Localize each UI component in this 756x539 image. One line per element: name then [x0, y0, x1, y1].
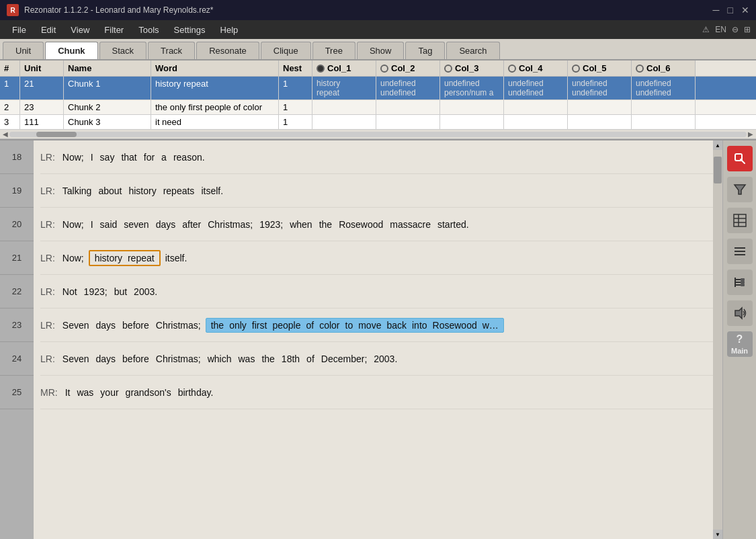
col4-label: Col_4 — [519, 63, 542, 73]
table-row[interactable]: 1 21 Chunk 1 history repeat 1 historyrep… — [0, 77, 756, 100]
cell-col2 — [376, 115, 440, 129]
minimize-button[interactable]: ─ — [713, 5, 720, 15]
cell-col3 — [440, 100, 504, 114]
cell-name: Chunk 2 — [64, 100, 151, 114]
vertical-scrollbar[interactable]: ▲ ▼ — [713, 140, 722, 539]
col6-label: Col_6 — [646, 63, 670, 73]
layout-icon[interactable]: ⊞ — [744, 25, 751, 34]
scroll-thumb[interactable] — [714, 157, 722, 183]
word: 1923; — [257, 218, 285, 231]
tab-resonate[interactable]: Resonate — [196, 42, 259, 59]
cell-nest: 1 — [279, 77, 312, 99]
word: w… — [480, 319, 501, 331]
word: repeat — [126, 252, 157, 264]
cell-col6: undefinedundefined — [632, 77, 696, 99]
main-toolbar-button[interactable]: ? Main — [727, 331, 753, 357]
col3-label: Col_3 — [455, 63, 478, 73]
speaker-23: LR: — [40, 320, 55, 331]
col4-radio[interactable] — [508, 65, 516, 73]
scroll-left-arrow[interactable]: ◀ — [1, 130, 9, 138]
phrase-highlight-23: the only first people of color to move b… — [206, 318, 504, 333]
search-toolbar-button[interactable] — [727, 146, 753, 171]
word: the — [209, 319, 226, 331]
col5-radio[interactable] — [572, 65, 580, 73]
tab-bar: Unit Chunk Stack Track Resonate Clique T… — [0, 39, 756, 60]
tab-show[interactable]: Show — [357, 42, 405, 59]
tab-tag[interactable]: Tag — [405, 42, 445, 59]
tab-chunk[interactable]: Chunk — [45, 42, 97, 59]
word: said — [98, 218, 120, 231]
menu-file[interactable]: File — [5, 22, 33, 38]
table-row[interactable]: 2 23 Chunk 2 the only first people of co… — [0, 100, 756, 115]
tab-track[interactable]: Track — [148, 42, 195, 59]
svg-marker-3 — [734, 185, 745, 194]
word: people — [270, 319, 302, 331]
col3-radio[interactable] — [444, 65, 452, 73]
word: about — [96, 185, 124, 197]
cell-name: Chunk 3 — [64, 115, 151, 129]
word: into — [410, 319, 429, 331]
window-title: Rezonator 1.1.2.2 - Leonard and Mary Rey… — [24, 5, 713, 15]
tab-search[interactable]: Search — [446, 42, 499, 59]
text-line-22: LR: Not 1923; but 2003. — [40, 275, 713, 308]
word: after — [180, 218, 203, 231]
col-header-unit: Unit — [20, 60, 64, 76]
menu-help[interactable]: Help — [214, 22, 245, 38]
filter-toolbar-button[interactable] — [727, 177, 753, 202]
menu-filter[interactable]: Filter — [97, 22, 130, 38]
speaker-18: LR: — [40, 152, 55, 163]
word: move — [356, 319, 383, 331]
cell-col1: historyrepeat — [312, 77, 376, 99]
word: when — [288, 218, 314, 231]
word: 2003. — [132, 286, 159, 298]
word: a — [159, 151, 169, 163]
audio-toolbar-button[interactable] — [727, 300, 753, 326]
scroll-track[interactable] — [713, 150, 722, 530]
close-button[interactable]: ✕ — [741, 5, 749, 15]
word: which — [206, 353, 234, 365]
tab-clique[interactable]: Clique — [261, 42, 311, 59]
word: started. — [435, 218, 471, 231]
scroll-down-button[interactable]: ▼ — [713, 530, 722, 539]
menu-view[interactable]: View — [64, 22, 96, 38]
col-header-nest: Nest — [279, 60, 312, 76]
cell-word: it need — [151, 115, 279, 129]
minimize-icon[interactable]: ⊖ — [732, 25, 739, 34]
scroll-thumb[interactable] — [36, 132, 77, 137]
horizontal-scrollbar[interactable]: ◀ ▶ — [0, 130, 756, 139]
line-num-19: 19 — [0, 174, 34, 208]
table-row[interactable]: 3 111 Chunk 3 it need 1 — [0, 115, 756, 130]
word: your — [98, 386, 120, 399]
window-controls[interactable]: ─ □ ✕ — [713, 5, 749, 15]
text-line-19: LR: Talking about history repeats itself… — [40, 174, 713, 208]
scroll-up-button[interactable]: ▲ — [713, 140, 722, 150]
svg-rect-4 — [734, 214, 746, 226]
tree-toolbar-button[interactable] — [727, 270, 753, 295]
word: the — [317, 218, 334, 231]
tab-tree[interactable]: Tree — [312, 42, 355, 59]
table-toolbar-button[interactable] — [727, 208, 753, 233]
language-indicator: EN — [715, 25, 726, 34]
svg-rect-17 — [741, 281, 745, 284]
menu-settings[interactable]: Settings — [167, 22, 212, 38]
text-line-24: LR: Seven days before Christmas; which w… — [40, 342, 713, 376]
scroll-right-arrow[interactable]: ▶ — [747, 130, 755, 138]
cell-col5: undefinedundefined — [568, 77, 632, 99]
menu-edit[interactable]: Edit — [34, 22, 62, 38]
maximize-button[interactable]: □ — [728, 5, 733, 15]
col1-radio[interactable] — [317, 65, 325, 73]
scroll-track[interactable] — [9, 132, 747, 137]
col2-radio[interactable] — [380, 65, 388, 73]
cell-nest: 1 — [279, 100, 312, 114]
tab-unit[interactable]: Unit — [3, 42, 44, 59]
word: was — [75, 386, 95, 399]
word: Now; — [60, 218, 86, 231]
word: days — [94, 319, 118, 331]
word: Talking — [60, 185, 94, 197]
chunk-highlight-21: history repeat — [89, 250, 161, 266]
cell-col4: undefinedundefined — [504, 77, 568, 99]
tab-stack[interactable]: Stack — [99, 42, 147, 59]
menu-tools[interactable]: Tools — [132, 22, 165, 38]
col6-radio[interactable] — [636, 65, 644, 73]
list-toolbar-button[interactable] — [727, 239, 753, 264]
